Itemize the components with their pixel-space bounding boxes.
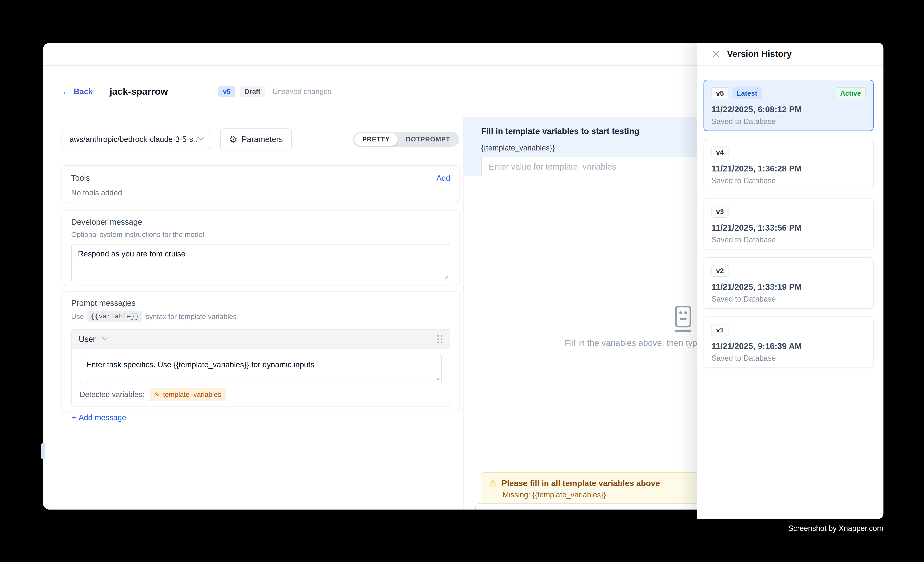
resize-handle-icon[interactable] <box>443 274 448 280</box>
version-badge: v5 <box>218 86 235 97</box>
prompt-messages-title: Prompt messages <box>71 299 450 308</box>
model-select-value: aws/anthropic/bedrock-claude-3-5-s... <box>69 135 198 144</box>
format-toggle: PRETTY DOTPROMPT <box>353 132 459 147</box>
chevron-down-icon <box>102 337 108 341</box>
message-content-input[interactable]: Enter task specifics. Use {{template_var… <box>80 355 442 383</box>
version-card-v3[interactable]: v3 11/21/2025, 1:33:56 PM Saved to Datab… <box>704 198 874 250</box>
developer-message-title: Developer message <box>71 218 450 227</box>
developer-message-input[interactable]: Respond as you are tom cruise <box>71 244 450 282</box>
page-title: jack-sparrow <box>110 86 168 97</box>
version-history-header: Version History <box>697 43 884 66</box>
watermark-text: Screenshot by Xnapper.com <box>788 524 883 533</box>
message-role-select[interactable]: User <box>79 335 108 344</box>
version-card-v5[interactable]: v5 Latest Active 11/22/2025, 6:08:12 PM … <box>704 80 874 131</box>
version-list: v5 Latest Active 11/22/2025, 6:08:12 PM … <box>704 66 874 519</box>
prompt-messages-card: Prompt messages Use {{variable}} syntax … <box>62 291 460 411</box>
add-tool-label: Add <box>436 174 450 182</box>
unsaved-changes-text: Unsaved changes <box>273 87 332 96</box>
developer-message-card: Developer message Optional system instru… <box>62 210 460 285</box>
warning-icon: ⚠ <box>489 479 497 488</box>
message-role-value: User <box>79 335 96 344</box>
developer-message-subtitle: Optional system instructions for the mod… <box>71 230 450 239</box>
version-saved-status: Saved to Database <box>711 176 866 185</box>
editor-toolbar: aws/anthropic/bedrock-claude-3-5-s... ⚙ … <box>62 128 459 151</box>
variable-chip[interactable]: ✎ template_variables <box>150 388 226 401</box>
detected-variables-label: Detected variables: <box>80 390 144 399</box>
tools-empty-text: No tools added <box>71 188 450 197</box>
version-saved-status: Saved to Database <box>711 117 866 126</box>
version-history-panel: Version History v5 Latest Active 11/22/2… <box>697 43 884 519</box>
resize-handle-icon[interactable] <box>435 375 440 381</box>
message-header: User <box>72 330 450 349</box>
syntax-hint: Use {{variable}} syntax for template var… <box>71 311 450 322</box>
version-saved-status: Saved to Database <box>711 235 866 244</box>
version-saved-status: Saved to Database <box>711 294 866 303</box>
version-card-v1[interactable]: v1 11/21/2025, 9:16:39 AM Saved to Datab… <box>704 317 874 368</box>
plus-icon: + <box>72 413 76 422</box>
variable-chip-label: template_variables <box>163 390 221 399</box>
drag-handle-icon[interactable] <box>437 335 442 343</box>
version-tag-badge: v5 <box>711 87 729 99</box>
parameters-button[interactable]: ⚙ Parameters <box>220 129 292 150</box>
warning-title: Please fill in all template variables ab… <box>501 479 660 488</box>
editor-panel: aws/anthropic/bedrock-claude-3-5-s... ⚙ … <box>43 117 464 510</box>
variable-syntax-code: {{variable}} <box>87 311 142 322</box>
syntax-suffix: syntax for template variables <box>146 312 237 321</box>
version-saved-status: Saved to Database <box>711 354 866 363</box>
version-card-v4[interactable]: v4 11/21/2025, 1:36:28 PM Saved to Datab… <box>704 139 874 190</box>
empty-state-text: Fill in the variables above, then typ <box>565 338 697 348</box>
model-select[interactable]: aws/anthropic/bedrock-claude-3-5-s... <box>62 130 211 149</box>
add-message-label: Add message <box>79 413 126 422</box>
back-label: Back <box>74 87 93 96</box>
active-badge: Active <box>836 87 866 99</box>
syntax-prefix: Use <box>71 312 84 321</box>
version-timestamp: 11/21/2025, 1:33:19 PM <box>711 282 866 292</box>
back-button[interactable]: ← Back <box>62 87 93 96</box>
version-history-title: Version History <box>727 49 792 59</box>
tools-title: Tools <box>71 173 90 182</box>
version-card-v2[interactable]: v2 11/21/2025, 1:33:19 PM Saved to Datab… <box>704 257 874 309</box>
parameters-label: Parameters <box>242 135 283 144</box>
detected-variables-row: Detected variables: ✎ template_variables <box>72 383 450 407</box>
pencil-icon: ✎ <box>155 392 160 398</box>
draft-badge: Draft <box>240 86 265 97</box>
plus-icon: + <box>430 174 435 182</box>
prompt-message-block: User Enter task specifics. Use {{templat… <box>71 329 450 407</box>
version-tag-badge: v1 <box>711 324 729 336</box>
close-icon[interactable] <box>712 50 720 58</box>
gear-icon: ⚙ <box>229 135 237 144</box>
version-timestamp: 11/21/2025, 9:16:39 AM <box>711 341 866 351</box>
version-timestamp: 11/21/2025, 1:36:28 PM <box>711 164 866 173</box>
add-tool-button[interactable]: + Add <box>430 174 450 182</box>
version-timestamp: 11/22/2025, 6:08:12 PM <box>711 105 866 114</box>
chevron-down-icon <box>198 137 204 142</box>
tools-card: Tools + Add No tools added <box>62 165 460 202</box>
background-window-accent <box>41 443 45 459</box>
version-tag-badge: v2 <box>711 265 729 277</box>
latest-badge: Latest <box>732 87 762 99</box>
back-arrow-icon: ← <box>62 87 70 96</box>
version-tag-badge: v3 <box>711 206 729 218</box>
toggle-option-pretty[interactable]: PRETTY <box>354 133 398 146</box>
toggle-option-dotprompt[interactable]: DOTPROMPT <box>398 133 458 146</box>
bot-icon <box>671 306 696 334</box>
version-timestamp: 11/21/2025, 1:33:56 PM <box>711 223 866 233</box>
version-tag-badge: v4 <box>711 146 729 158</box>
add-message-button[interactable]: + Add message <box>72 413 126 422</box>
